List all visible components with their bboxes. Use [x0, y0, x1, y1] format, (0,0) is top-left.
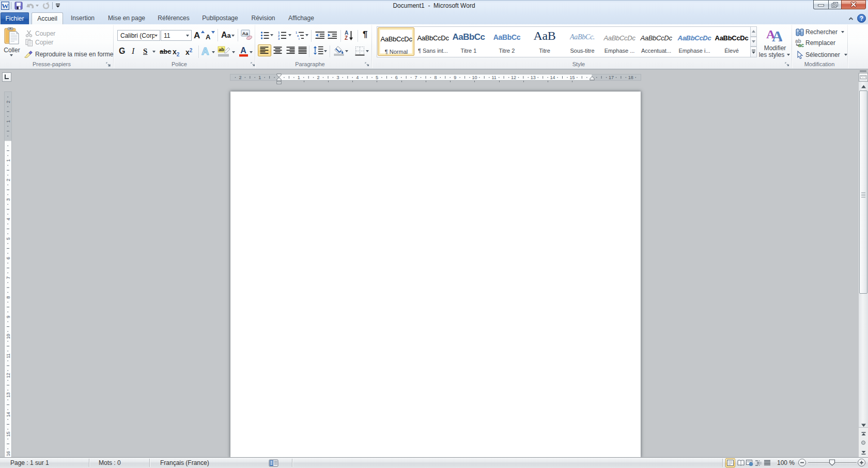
- svg-text:11: 11: [492, 75, 497, 80]
- svg-text:ac: ac: [798, 42, 804, 48]
- svg-text:1: 1: [6, 159, 11, 162]
- svg-text:Z: Z: [345, 35, 348, 41]
- svg-text:4: 4: [356, 75, 359, 80]
- svg-text:9: 9: [6, 315, 11, 318]
- svg-text:12: 12: [6, 373, 11, 378]
- svg-text:W: W: [2, 2, 9, 10]
- svg-text:i: i: [299, 37, 300, 40]
- svg-text:17: 17: [609, 75, 614, 80]
- svg-text:12: 12: [511, 75, 516, 80]
- svg-text:3: 3: [278, 37, 280, 40]
- svg-text:18: 18: [628, 75, 633, 80]
- svg-text:7: 7: [415, 75, 417, 80]
- svg-text:14: 14: [550, 75, 555, 80]
- svg-text:1: 1: [298, 75, 300, 80]
- svg-text:8: 8: [6, 296, 11, 298]
- svg-text:5: 5: [376, 75, 378, 80]
- svg-text:3: 3: [6, 198, 11, 201]
- svg-text:11: 11: [6, 354, 11, 358]
- svg-text:14: 14: [6, 412, 11, 417]
- svg-text:10: 10: [6, 334, 11, 339]
- svg-text:1: 1: [6, 120, 11, 123]
- svg-text:2: 2: [6, 100, 11, 103]
- svg-text:A: A: [772, 27, 782, 42]
- svg-text:6: 6: [6, 257, 11, 260]
- svg-text:16: 16: [6, 451, 11, 456]
- svg-text:2: 2: [6, 179, 11, 182]
- svg-text:4: 4: [6, 218, 11, 220]
- svg-text:2: 2: [239, 75, 241, 80]
- svg-text:1: 1: [258, 75, 261, 80]
- svg-text:5: 5: [6, 237, 11, 240]
- svg-text:Aa: Aa: [242, 31, 249, 36]
- svg-text:8: 8: [434, 75, 437, 80]
- svg-text:3: 3: [336, 75, 339, 80]
- svg-text:9: 9: [454, 75, 456, 80]
- svg-text:10: 10: [472, 75, 477, 80]
- svg-text:15: 15: [6, 431, 11, 436]
- svg-text:15: 15: [569, 75, 575, 80]
- svg-text:13: 13: [6, 392, 11, 398]
- svg-text:6: 6: [395, 75, 398, 80]
- svg-text:7: 7: [6, 277, 11, 279]
- svg-text:2: 2: [317, 75, 320, 80]
- svg-text:13: 13: [531, 75, 536, 80]
- svg-text:ab: ab: [219, 47, 224, 52]
- svg-text:A: A: [240, 46, 246, 55]
